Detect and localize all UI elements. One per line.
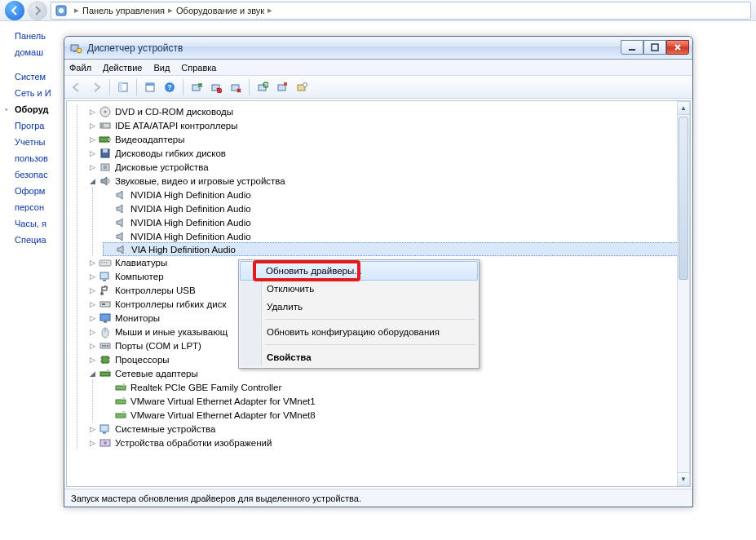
statusbar: Запуск мастера обновления драйверов для … [64, 489, 692, 507]
expander-none: ▷ [87, 299, 97, 309]
svg-rect-52 [102, 356, 108, 363]
expander-none: ▷ [87, 135, 97, 144]
svg-point-24 [104, 110, 107, 113]
tree-node[interactable]: ▷Устройства обработки изображений [87, 436, 690, 449]
tree-node[interactable]: ▷Дисковые устройства [87, 160, 690, 174]
context-menu-item[interactable]: Обновить драйверы... [240, 261, 478, 281]
tree-node-label: IDE ATA/ATAPI контроллеры [115, 121, 238, 131]
tree-node[interactable]: NVIDIA High Definition Audio [103, 201, 690, 215]
expander-none [103, 410, 113, 420]
svg-rect-30 [103, 149, 108, 153]
svg-rect-64 [122, 411, 125, 414]
minimize-button[interactable] [621, 40, 643, 55]
breadcrumb-sep-icon: ▸ [165, 5, 176, 15]
explorer-nav-bar: ▸ Панель управления ▸ Оборудование и зву… [0, 0, 756, 21]
context-menu-separator [265, 319, 475, 320]
titlebar[interactable]: Диспетчер устройств [64, 37, 692, 60]
close-button[interactable] [666, 40, 689, 55]
mouse-icon [99, 325, 112, 339]
speaker-icon [114, 202, 127, 215]
toolbar-show-hide-icon[interactable] [114, 78, 132, 96]
svg-rect-43 [102, 303, 105, 305]
tree-node-label: NVIDIA High Definition Audio [130, 218, 251, 228]
expander-none: ▷ [87, 341, 97, 351]
svg-rect-40 [104, 285, 106, 287]
context-menu-item[interactable]: Отключить [241, 280, 477, 298]
tree-node-label: Порты (COM и LPT) [115, 341, 201, 351]
toolbar-refresh-icon[interactable] [293, 78, 311, 96]
expander-none [104, 245, 113, 255]
tree-node[interactable]: ▷Дисководы гибких дисков [87, 146, 690, 160]
context-menu: Обновить драйверы...ОтключитьУдалитьОбно… [238, 259, 480, 369]
toolbar-scan-icon[interactable] [254, 78, 272, 96]
menu-action[interactable]: Действие [103, 63, 142, 73]
scroll-up-icon[interactable]: ▲ [678, 102, 689, 115]
tree-node[interactable]: VMware Virtual Ethernet Adapter for VMne… [103, 394, 690, 408]
breadcrumb[interactable]: ▸ Панель управления ▸ Оборудование и зву… [51, 2, 751, 20]
context-menu-item[interactable]: Свойства [241, 348, 477, 366]
menu-view[interactable]: Вид [153, 63, 170, 73]
tree-node-label: Устройства обработки изображений [115, 438, 272, 448]
maximize-button[interactable] [643, 40, 666, 55]
tree-node[interactable]: ▷DVD и CD-ROM дисководы [87, 104, 690, 118]
menu-file[interactable]: Файл [69, 63, 91, 73]
scroll-thumb[interactable] [679, 117, 688, 280]
tree-node-label: Мониторы [115, 313, 160, 323]
expander-none [103, 383, 113, 392]
svg-point-41 [106, 285, 108, 287]
toolbar-update-driver-icon[interactable] [188, 78, 206, 96]
kbd-icon [99, 256, 112, 269]
context-menu-item[interactable]: Обновить конфигурацию оборудования [241, 323, 477, 341]
tree-node[interactable]: NVIDIA High Definition Audio [103, 188, 690, 201]
tree-node[interactable]: ◢Звуковые, видео и игровые устройства [87, 174, 690, 188]
device-manager-icon [69, 42, 82, 55]
expander-none: ▷ [87, 148, 97, 158]
breadcrumb-item[interactable]: Панель управления [82, 6, 165, 15]
svg-rect-61 [116, 400, 126, 404]
speaker-icon [114, 230, 127, 243]
toolbar-add-legacy-icon[interactable] [273, 78, 291, 96]
svg-rect-34 [101, 262, 103, 263]
monitor-icon [99, 312, 112, 325]
tree-node[interactable]: VMware Virtual Ethernet Adapter for VMne… [103, 408, 690, 422]
svg-rect-13 [192, 85, 200, 91]
vertical-scrollbar[interactable]: ▲ ▼ [677, 101, 690, 486]
breadcrumb-item[interactable]: Оборудование и звук [176, 6, 264, 15]
nav-back-button[interactable] [5, 1, 24, 20]
toolbar-forward-icon[interactable] [87, 78, 105, 96]
context-menu-item[interactable]: Удалить [241, 298, 477, 316]
tree-node-label: VMware Virtual Ethernet Adapter for VMne… [130, 396, 316, 406]
svg-point-22 [303, 82, 307, 86]
tree-node[interactable]: NVIDIA High Definition Audio [103, 215, 690, 229]
scroll-down-icon[interactable]: ▼ [678, 472, 689, 485]
expander-open-icon[interactable]: ◢ [87, 369, 97, 378]
nav-forward-button[interactable] [28, 1, 47, 20]
tree-node[interactable]: NVIDIA High Definition Audio [103, 229, 690, 243]
expander-none: ▷ [87, 258, 97, 268]
toolbar-disable-icon[interactable] [207, 78, 225, 96]
tree-node-label: Дисковые устройства [115, 162, 209, 172]
tree-node-label: Контроллеры гибких диск [115, 299, 226, 309]
expander-none: ▷ [87, 107, 97, 117]
tree-node[interactable]: ▷Системные устройства [87, 422, 690, 436]
menu-help[interactable]: Справка [181, 63, 216, 73]
pc-icon [99, 270, 112, 283]
tree-node[interactable]: ▷Видеоадаптеры [87, 132, 690, 146]
toolbar-properties-icon[interactable] [141, 78, 159, 96]
tree-node[interactable]: VIA High Definition Audio [103, 242, 690, 256]
netcard-icon [114, 395, 127, 408]
toolbar-help-icon[interactable]: ? [161, 78, 179, 96]
tree-node[interactable]: Realtek PCIe GBE Family Controller [103, 380, 690, 394]
tree-node-label: Системные устройства [115, 424, 215, 434]
svg-rect-45 [104, 321, 107, 323]
expander-open-icon[interactable]: ◢ [87, 176, 97, 186]
svg-rect-26 [101, 124, 104, 127]
svg-rect-59 [116, 386, 126, 390]
net-icon [99, 367, 112, 380]
netcard-icon [114, 381, 127, 394]
toolbar-back-icon[interactable] [68, 78, 86, 96]
toolbar-uninstall-icon[interactable] [227, 78, 245, 96]
tree-node[interactable]: ▷IDE ATA/ATAPI контроллеры [87, 118, 690, 132]
expander-none [103, 218, 113, 228]
tree-node-label: NVIDIA High Definition Audio [130, 204, 251, 214]
